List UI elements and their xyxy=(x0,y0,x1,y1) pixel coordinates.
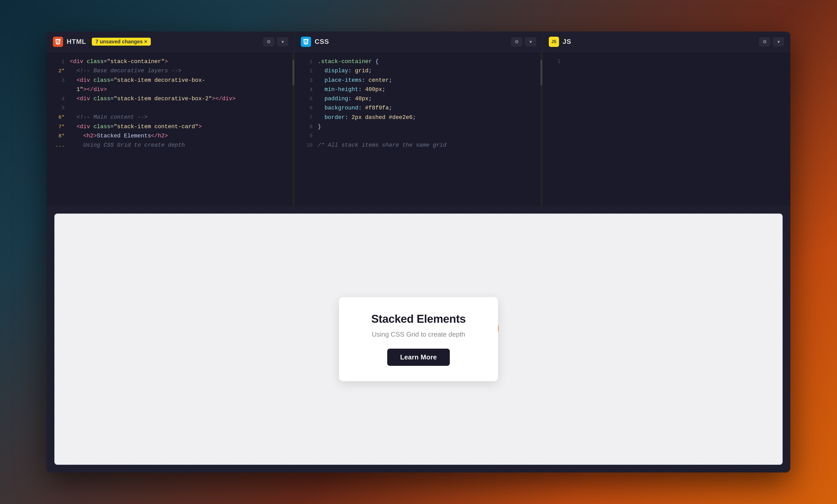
js-expand-btn[interactable]: ▾ xyxy=(773,37,784,47)
code-content-8: <h2>Stacked Elements</h2> xyxy=(70,131,168,141)
css-line-1: 1 .stack-container { xyxy=(295,57,542,67)
css-content-1: .stack-container { xyxy=(318,57,379,67)
code-content-6: <!-- Main content --> xyxy=(70,113,148,122)
unsaved-text: 7 unsaved changes × xyxy=(95,39,147,44)
stack-container-preview: Stacked Elements Using CSS Grid to creat… xyxy=(55,262,782,416)
css-num-6: 6 xyxy=(300,104,313,112)
css-num-8: 8 xyxy=(300,123,313,131)
css-num-7: 7 xyxy=(300,113,313,122)
line-num-2: 2* xyxy=(52,67,65,75)
css-content-6: background: #f8f9fa; xyxy=(318,104,392,113)
css-content-10: /* All stack items share the same grid xyxy=(318,141,446,150)
css-code-area: 1 .stack-container { 2 display: grid; 3 … xyxy=(295,52,542,206)
code-content-4: <div class="stack-item decorative-box-2"… xyxy=(70,94,236,104)
code-content-3b: 1"></div> xyxy=(70,85,107,94)
code-content-3: <div class="stack-item decorative-box- xyxy=(70,76,205,85)
css-line-3: 3 place-items: center; xyxy=(295,76,542,85)
code-line-6: 6* <!-- Main content --> xyxy=(47,113,295,122)
line-num-8: 8* xyxy=(52,132,65,140)
js-header-icons: ⚙ ▾ xyxy=(759,37,784,47)
line-num-5: 5 xyxy=(52,104,65,112)
js-num-1: 1 xyxy=(548,57,560,66)
code-line-7: 7* <div class="stack-item content-card"> xyxy=(47,122,295,131)
unsaved-badge[interactable]: 7 unsaved changes × xyxy=(92,38,151,46)
js-lang-icon: JS xyxy=(549,37,559,47)
css-content-2: display: grid; xyxy=(318,67,372,76)
code-line-2: 2* <!-- Base decorative layers --> xyxy=(47,67,295,76)
css-line-9: 9 xyxy=(295,131,542,141)
css-line-4: 4 min-height: 400px; xyxy=(295,85,542,94)
html-settings-btn[interactable]: ⚙ xyxy=(263,37,274,47)
css-settings-btn[interactable]: ⚙ xyxy=(511,37,522,47)
preview-area: Stacked Elements Using CSS Grid to creat… xyxy=(54,214,783,465)
line-num-4: 4 xyxy=(52,95,65,103)
css-content-5: padding: 40px; xyxy=(318,94,372,104)
css-panel-header: CSS ⚙ ▾ xyxy=(295,32,542,52)
html-expand-btn[interactable]: ▾ xyxy=(277,37,288,47)
js-panel-header: JS JS ⚙ ▾ xyxy=(542,32,790,52)
code-content-1: <div class="stack-container"> xyxy=(70,57,168,67)
css-label: CSS xyxy=(315,38,329,46)
css-header-icons: ⚙ ▾ xyxy=(511,37,536,47)
editor-top: HTML 7 unsaved changes × ⚙ ▾ 1 <div clas… xyxy=(47,32,790,206)
html-label: HTML xyxy=(67,38,86,46)
css-expand-btn[interactable]: ▾ xyxy=(525,37,536,47)
css-lang-icon xyxy=(301,37,311,47)
line-num-9: ... xyxy=(52,141,65,149)
code-line-9: ... Using CSS Grid to create depth xyxy=(47,141,295,150)
line-num-1: 1 xyxy=(52,57,65,66)
css-line-10: 10 /* All stack items share the same gri… xyxy=(295,141,542,150)
code-line-1: 1 <div class="stack-container"> xyxy=(47,57,295,67)
code-line-3b: 1"></div> xyxy=(47,85,295,94)
css-line-6: 6 background: #f8f9fa; xyxy=(295,104,542,113)
css-content-3: place-items: center; xyxy=(318,76,392,85)
card-subtitle: Using CSS Grid to create depth xyxy=(357,330,480,338)
js-label: JS xyxy=(563,38,571,46)
js-settings-btn[interactable]: ⚙ xyxy=(759,37,770,47)
line-num-7: 7* xyxy=(52,123,65,131)
code-content-7: <div class="stack-item content-card"> xyxy=(70,122,202,131)
css-num-9: 9 xyxy=(300,131,313,140)
css-line-7: 7 border: 2px dashed #dee2e6; xyxy=(295,113,542,122)
css-num-2: 2 xyxy=(300,67,313,75)
js-icon-text: JS xyxy=(551,39,556,44)
css-line-8: 8 } xyxy=(295,122,542,131)
html-header-icons: ⚙ ▾ xyxy=(263,37,288,47)
code-line-4: 4 <div class="stack-item decorative-box-… xyxy=(47,94,295,104)
css-content-7: border: 2px dashed #dee2e6; xyxy=(318,113,416,122)
css-line-2: 2 display: grid; xyxy=(295,67,542,76)
code-content-9: Using CSS Grid to create depth xyxy=(70,141,185,150)
js-code-area: 1 xyxy=(542,52,790,206)
css-num-10: 10 xyxy=(300,141,313,149)
html-code-area: 1 <div class="stack-container"> 2* <!-- … xyxy=(47,52,295,206)
code-content-2: <!-- Base decorative layers --> xyxy=(70,67,181,76)
css-line-5: 5 padding: 40px; xyxy=(295,94,542,104)
line-num-6: 6* xyxy=(52,113,65,122)
css-num-3: 3 xyxy=(300,76,313,85)
html-panel-header: HTML 7 unsaved changes × ⚙ ▾ xyxy=(47,32,295,52)
code-line-8: 8* <h2>Stacked Elements</h2> xyxy=(47,131,295,141)
html-lang-icon xyxy=(53,37,63,47)
editor-window: HTML 7 unsaved changes × ⚙ ▾ 1 <div clas… xyxy=(47,32,790,472)
css-num-4: 4 xyxy=(300,85,313,94)
css-content-8: } xyxy=(318,122,321,131)
css-content-4: min-height: 400px; xyxy=(318,85,386,94)
code-line-3: 3 <div class="stack-item decorative-box- xyxy=(47,76,295,85)
line-num-3: 3 xyxy=(52,76,65,85)
learn-more-button[interactable]: Learn More xyxy=(387,349,449,366)
css-panel: CSS ⚙ ▾ 1 .stack-container { 2 display: … xyxy=(295,32,542,206)
js-line-1: 1 xyxy=(542,57,790,67)
content-card: Stacked Elements Using CSS Grid to creat… xyxy=(339,297,498,381)
card-title: Stacked Elements xyxy=(357,312,480,325)
css-num-1: 1 xyxy=(300,57,313,66)
html-panel: HTML 7 unsaved changes × ⚙ ▾ 1 <div clas… xyxy=(47,32,295,206)
code-line-5: 5 xyxy=(47,104,295,113)
js-panel: JS JS ⚙ ▾ 1 xyxy=(542,32,790,206)
css-num-5: 5 xyxy=(300,95,313,103)
